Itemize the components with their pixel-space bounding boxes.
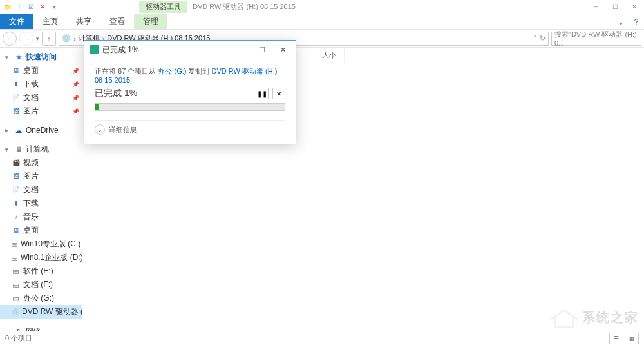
sidebar-item-documents[interactable]: 📄文档📌 — [0, 91, 82, 104]
column-header-size[interactable]: 大小 — [314, 48, 345, 63]
breadcrumb-sep-icon: › — [73, 35, 76, 43]
qat-dropdown-icon[interactable]: ▾ — [49, 2, 59, 12]
minimize-button[interactable]: ─ — [586, 1, 605, 14]
dialog-close-button[interactable]: ✕ — [275, 43, 290, 56]
downloads-icon: ⬇ — [12, 199, 21, 208]
new-folder-icon[interactable]: ✕ — [37, 2, 48, 12]
sidebar-item-label: DVD RW 驱动器 (H — [22, 306, 82, 317]
sidebar-item-drive-c[interactable]: 🖴Win10专业版 (C:) — [0, 237, 82, 251]
dialog-title: 已完成 1% — [102, 44, 139, 55]
videos-icon: 🎬 — [12, 159, 21, 168]
drive-icon: 💿 — [62, 34, 71, 43]
chevron-down-icon: ⌄ — [95, 124, 105, 135]
documents-icon: 📄 — [12, 186, 21, 195]
sidebar-item-pictures[interactable]: 🖼图片 — [0, 170, 82, 183]
chevron-down-icon[interactable]: ▾ — [5, 146, 12, 153]
tab-manage[interactable]: 管理 — [134, 14, 167, 29]
contextual-tab-label: 驱动器工具 — [139, 1, 187, 13]
details-view-button[interactable]: ☰ — [609, 333, 623, 344]
details-label: 详细信息 — [109, 125, 137, 135]
address-dropdown-icon[interactable]: ˅ — [533, 34, 537, 43]
pin-icon: 📌 — [72, 68, 79, 74]
details-toggle[interactable]: ⌄ 详细信息 — [95, 120, 285, 139]
qat-separator: | — [14, 2, 24, 12]
help-icon[interactable]: ? — [629, 14, 644, 29]
sidebar-item-downloads[interactable]: ⬇下载📌 — [0, 77, 82, 91]
pin-icon: 📌 — [72, 81, 79, 88]
star-icon: ★ — [14, 53, 23, 62]
drive-icon: 🖴 — [12, 267, 21, 276]
navigation-pane: ▾ ★ 快速访问 🖥桌面📌 ⬇下载📌 📄文档📌 🖼图片📌 ▸ ☁ OneDriv… — [0, 48, 82, 331]
onedrive-icon: ☁ — [14, 126, 23, 135]
copy-icon — [90, 45, 99, 54]
dialog-minimize-button[interactable]: ─ — [234, 43, 249, 56]
chevron-down-icon[interactable]: ▾ — [5, 54, 12, 61]
sidebar-this-pc[interactable]: ▾ 🖥 计算机 — [0, 143, 82, 156]
sidebar-onedrive[interactable]: ▸ ☁ OneDrive — [0, 124, 82, 136]
sidebar-item-drive-g[interactable]: 🖴办公 (G:) — [0, 291, 82, 305]
refresh-icon[interactable]: ↻ — [540, 34, 545, 43]
recent-dropdown-icon[interactable]: ▾ — [36, 35, 39, 42]
quick-access-toolbar: 📁 | ☑ ✕ ▾ — [0, 2, 62, 12]
copy-desc-mid: 复制到 — [186, 67, 211, 75]
chevron-right-icon[interactable]: ▸ — [5, 329, 12, 331]
properties-icon[interactable]: ☑ — [26, 2, 36, 12]
sidebar-quick-access[interactable]: ▾ ★ 快速访问 — [0, 50, 82, 64]
thumbnails-view-button[interactable]: ▦ — [625, 333, 639, 344]
sidebar-item-desktop[interactable]: 🖥桌面📌 — [0, 64, 82, 77]
sidebar-item-label: 办公 (G:) — [23, 293, 54, 304]
search-input[interactable]: 搜索"DVD RW 驱动器 (H:) 0... — [551, 32, 641, 46]
sidebar-item-label: 视频 — [23, 157, 39, 168]
sidebar-network[interactable]: ▸ 🖧 网络 — [0, 325, 82, 331]
sidebar-item-music[interactable]: ♪音乐 — [0, 210, 82, 224]
sidebar-item-drive-f[interactable]: 🖴文档 (F:) — [0, 278, 82, 291]
tab-view[interactable]: 查看 — [100, 14, 134, 29]
progress-fill — [95, 104, 99, 110]
sidebar-item-label: 桌面 — [23, 225, 39, 236]
up-button[interactable]: ↑ — [42, 32, 56, 46]
dialog-titlebar[interactable]: 已完成 1% ─ ☐ ✕ — [84, 41, 296, 59]
sidebar-item-label: 文档 (F:) — [23, 279, 53, 290]
ribbon-expand-icon[interactable]: ⌄ — [613, 14, 629, 29]
titlebar: 📁 | ☑ ✕ ▾ 驱动器工具 DVD RW 驱动器 (H:) 08 15 20… — [0, 0, 644, 14]
sidebar-item-drive-d[interactable]: 🖴Win8.1企业版 (D:) — [0, 251, 82, 264]
statusbar: 0 个项目 ☰ ▦ — [0, 331, 644, 345]
sidebar-item-label: 音乐 — [23, 212, 39, 222]
view-switcher: ☰ ▦ — [609, 333, 639, 344]
pause-button[interactable]: ❚❚ — [256, 88, 269, 99]
copy-progress-dialog: 已完成 1% ─ ☐ ✕ 正在将 67 个项目从 办公 (G:) 复制到 DVD… — [84, 40, 296, 144]
ribbon: 文件 主页 共享 查看 管理 ⌄ ? — [0, 14, 644, 30]
dvd-icon: 💿 — [12, 308, 19, 317]
sidebar-item-label: 软件 (E:) — [23, 266, 53, 277]
sidebar-item-desktop[interactable]: 🖥桌面 — [0, 224, 82, 237]
tab-home[interactable]: 主页 — [33, 14, 67, 29]
back-button[interactable]: ← — [3, 32, 17, 46]
copy-source-link[interactable]: 办公 (G:) — [158, 67, 186, 75]
dialog-maximize-button[interactable]: ☐ — [254, 43, 270, 56]
documents-icon: 📄 — [12, 94, 21, 103]
sidebar-item-label: Win8.1企业版 (D:) — [21, 252, 82, 263]
sidebar-item-label: 下载 — [23, 198, 39, 209]
tab-share[interactable]: 共享 — [67, 14, 100, 29]
chevron-right-icon[interactable]: ▸ — [5, 127, 12, 133]
sidebar-item-label: 文档 — [23, 184, 39, 195]
drive-icon: 🖴 — [12, 253, 18, 262]
sidebar-item-dvd[interactable]: 💿DVD RW 驱动器 (H — [0, 305, 82, 319]
maximize-button[interactable]: ☐ — [605, 1, 625, 14]
sidebar-item-downloads[interactable]: ⬇下载 — [0, 197, 82, 210]
drive-icon: 🖴 — [12, 281, 21, 290]
close-button[interactable]: ✕ — [625, 1, 644, 14]
sidebar-item-pictures[interactable]: 🖼图片📌 — [0, 104, 82, 118]
tab-file[interactable]: 文件 — [0, 14, 33, 29]
cancel-button[interactable]: ✕ — [272, 88, 285, 99]
sidebar-item-documents[interactable]: 📄文档 — [0, 183, 82, 197]
sidebar-item-label: 网络 — [26, 326, 41, 331]
pin-icon: 📌 — [72, 95, 79, 101]
music-icon: ♪ — [12, 213, 21, 222]
forward-button[interactable]: → — [19, 32, 33, 46]
pin-icon: 📌 — [72, 108, 79, 115]
sidebar-item-drive-e[interactable]: 🖴软件 (E:) — [0, 264, 82, 278]
window-controls: ─ ☐ ✕ — [586, 1, 644, 14]
item-count: 0 个项目 — [5, 333, 32, 343]
sidebar-item-videos[interactable]: 🎬视频 — [0, 156, 82, 170]
